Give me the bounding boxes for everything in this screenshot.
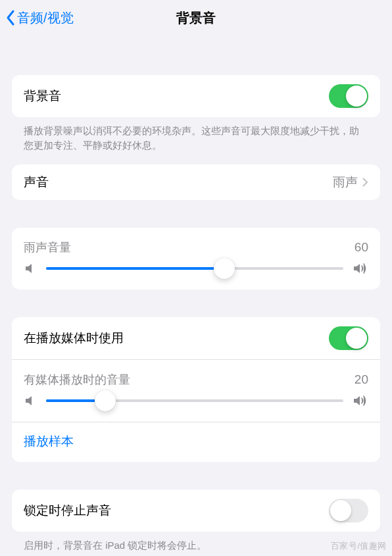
row-use-when-media: 在播放媒体时使用 (12, 317, 380, 359)
group-sound-select: 声音 雨声 (12, 164, 380, 200)
row-label: 背景音 (24, 88, 329, 105)
volume-low-icon (24, 262, 37, 275)
slider-track[interactable] (46, 399, 343, 402)
row-sound-select[interactable]: 声音 雨声 (12, 164, 380, 200)
chevron-right-icon (362, 177, 368, 188)
row-label: 锁定时停止声音 (24, 502, 329, 519)
row-stop-on-lock: 锁定时停止声音 (12, 490, 380, 532)
slider-value: 20 (355, 372, 368, 387)
volume-high-icon (353, 262, 368, 275)
footer-background-sound: 播放背景噪声以消弭不必要的环境杂声。这些声音可最大限度地减少干扰，助您更加专注、… (24, 124, 368, 153)
row-label: 在播放媒体时使用 (24, 330, 329, 347)
chevron-left-icon (5, 9, 17, 26)
page-title: 背景音 (176, 9, 216, 27)
slider-header: 雨声音量 60 (12, 228, 380, 262)
group-stop-on-lock: 锁定时停止声音 (12, 490, 380, 532)
slider-thumb[interactable] (95, 390, 116, 411)
row-label: 声音 (24, 174, 333, 191)
group-background-sound: 背景音 (12, 75, 380, 117)
toggle-use-when-media[interactable] (329, 326, 368, 350)
slider-rain-volume[interactable] (12, 262, 380, 290)
row-value: 雨声 (333, 174, 358, 191)
row-background-sound: 背景音 (12, 75, 380, 117)
watermark: 百家号/值趣网 (331, 540, 387, 552)
volume-low-icon (24, 394, 37, 407)
footer-stop-on-lock: 启用时，背景音在 iPad 锁定时将会停止。 (24, 538, 368, 553)
slider-thumb[interactable] (214, 258, 235, 279)
slider-label: 雨声音量 (24, 240, 355, 255)
nav-bar: 音频/视觉 背景音 (0, 0, 392, 36)
slider-value: 60 (355, 240, 368, 255)
back-label: 音频/视觉 (17, 9, 74, 27)
group-rain-volume: 雨声音量 60 (12, 228, 380, 290)
play-sample-link[interactable]: 播放样本 (12, 422, 380, 462)
slider-label: 有媒体播放时的音量 (24, 372, 355, 388)
slider-header: 有媒体播放时的音量 20 (12, 360, 380, 394)
back-button[interactable]: 音频/视觉 (5, 9, 74, 27)
slider-track[interactable] (46, 267, 343, 270)
slider-media-volume[interactable] (12, 394, 380, 422)
toggle-background-sound[interactable] (329, 84, 368, 108)
group-media-playback: 在播放媒体时使用 有媒体播放时的音量 20 播放样本 (12, 317, 380, 462)
toggle-stop-on-lock[interactable] (329, 499, 368, 522)
volume-high-icon (353, 394, 368, 407)
